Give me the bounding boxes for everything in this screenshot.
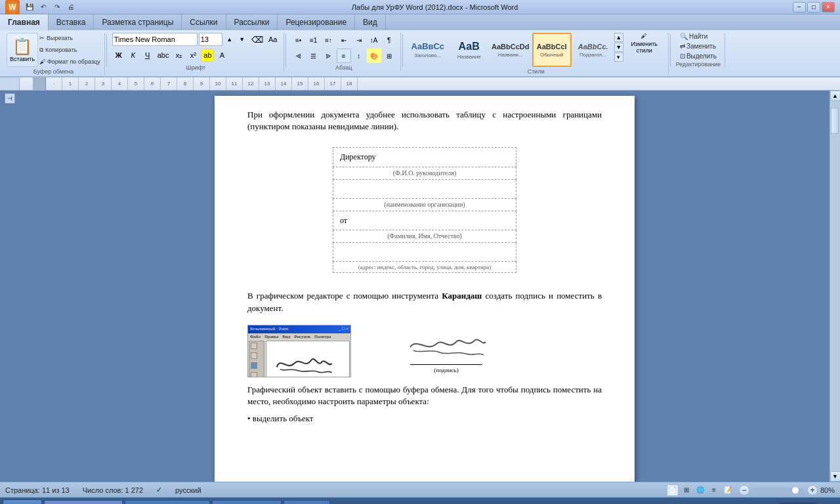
tab-references[interactable]: Ссылки [182, 14, 226, 30]
justify-btn[interactable]: ≡ [337, 49, 351, 63]
increase-indent-btn[interactable]: ⇥ [352, 33, 366, 47]
tab-review[interactable]: Рецензирование [278, 14, 355, 30]
restore-btn[interactable]: □ [807, 2, 820, 12]
scroll-thumb[interactable] [831, 108, 839, 134]
table-cell-empty2 [333, 243, 516, 261]
decrease-indent-btn[interactable]: ⇤ [337, 33, 351, 47]
styles-expand[interactable]: ▾ [614, 52, 623, 62]
decrease-font-btn[interactable]: ▼ [236, 33, 248, 45]
increase-font-btn[interactable]: ▲ [224, 33, 236, 45]
select-button[interactable]: ⊡ Выделить [680, 52, 717, 60]
numbered-list-btn[interactable]: ≡1 [306, 33, 321, 47]
paint-tools [248, 340, 350, 377]
style-subheading[interactable]: AaBbCc. Подзагол... [574, 33, 613, 67]
language: русский [175, 486, 201, 494]
ruler-indent-left [33, 77, 46, 91]
align-left-btn[interactable]: ⫷ [291, 49, 306, 63]
underline-btn[interactable]: Ч [141, 49, 154, 62]
strikethrough-btn[interactable]: abc [156, 49, 171, 62]
tab-page-layout[interactable]: Разметка страницы [94, 14, 182, 30]
undo-quick-btn[interactable]: ↶ [37, 1, 49, 13]
superscript-btn[interactable]: х² [186, 49, 200, 62]
style-normal[interactable]: AaBbCcI Обычный [532, 33, 572, 67]
close-btn[interactable]: × [822, 2, 835, 12]
document-area[interactable]: При оформлении документа удобнее использ… [20, 91, 830, 482]
view-draft-btn[interactable]: 📝 [722, 484, 734, 496]
styles-group: АаВвСс Заголово... АаВ Название AaBbCcDd… [404, 33, 669, 75]
copy-button[interactable]: ⧉ Копировать [39, 45, 100, 55]
print-quick-btn[interactable]: 🖨 [65, 1, 77, 13]
taskbar-item-0[interactable]: Лабы для УрФУ Wor... [44, 500, 122, 504]
show-para-btn[interactable]: ¶ [382, 33, 396, 47]
font-group: ▲ ▼ ⌫ Аа Ж К Ч abc х₂ х² ab А Шрифт [108, 33, 284, 71]
signature-image [404, 327, 489, 360]
styles-label: Стили [528, 68, 545, 75]
view-outline-btn[interactable]: ≡ [708, 484, 720, 496]
font-group-content: ▲ ▼ ⌫ Аа Ж К Ч abc х₂ х² ab А [112, 33, 280, 63]
taskbar-item-3[interactable]: Докумто-не [284, 500, 330, 504]
left-margin-bar: ⊣ [0, 91, 20, 482]
editing-group: 🔍 Найти ⇄ Заменить ⊡ Выделить Редактиров… [672, 33, 726, 68]
styles-gallery: АаВвСс Заголово... АаВ Название AaBbCcDd… [408, 33, 613, 67]
highlight-btn[interactable]: ab [201, 49, 214, 62]
save-quick-btn[interactable]: 💾 [24, 1, 35, 13]
zoom-controls: − + 80% [739, 485, 835, 495]
style-heading-preview: АаВвСс [411, 41, 444, 51]
style-subtitle[interactable]: AaBbCcDd Названи... [491, 33, 530, 67]
scroll-down-btn[interactable]: ▼ [830, 471, 841, 482]
table-cell-director: Директору [333, 148, 516, 167]
multilevel-list-btn[interactable]: ≡↑ [322, 33, 336, 47]
font-size-input[interactable] [199, 33, 222, 46]
bullet-list-btn[interactable]: ≡• [291, 33, 306, 47]
font-name-input[interactable] [112, 33, 198, 46]
styles-scroll-down[interactable]: ▼ [614, 43, 623, 52]
align-center-btn[interactable]: ☰ [306, 49, 321, 63]
change-styles-button[interactable]: 🖋 Изменить стили [625, 33, 664, 54]
tab-home[interactable]: Главная [0, 14, 49, 32]
paste-button[interactable]: 📋 Вставить [7, 33, 38, 67]
subscript-btn[interactable]: х₂ [172, 49, 185, 62]
view-web-btn[interactable]: 🌐 [694, 484, 706, 496]
bold-btn[interactable]: Ж [112, 49, 125, 62]
cut-button[interactable]: ✂ Вырезать [39, 33, 100, 43]
line-spacing-btn[interactable]: ↕ [352, 49, 366, 63]
borders-btn[interactable]: ⊞ [382, 49, 396, 63]
table-row: (Фамилия, Имя, Отчество) [333, 230, 516, 243]
tab-insert[interactable]: Вставка [49, 14, 94, 30]
style-heading[interactable]: АаВвСс Заголово... [408, 33, 448, 67]
styles-scroll: ▲ ▼ ▾ [614, 33, 623, 62]
table-row [333, 243, 516, 261]
minimize-btn[interactable]: − [793, 2, 806, 12]
styles-scroll-up[interactable]: ▲ [614, 33, 623, 42]
spell-check[interactable]: ✓ [156, 486, 162, 494]
tab-view[interactable]: Вид [355, 14, 386, 30]
clear-format-btn[interactable]: ⌫ [249, 33, 265, 46]
sort-btn[interactable]: ↕A [367, 33, 381, 47]
font-label: Шрифт [186, 64, 205, 71]
replace-button[interactable]: ⇄ Заменить [680, 43, 716, 50]
para-align-row: ⫷ ☰ ⫸ ≡ ↕ 🎨 ⊞ [291, 49, 396, 63]
tab-mailings[interactable]: Рассылки [226, 14, 278, 30]
view-fullscreen-btn[interactable]: ⊞ [681, 484, 692, 496]
scroll-track[interactable] [830, 101, 840, 471]
scroll-up-btn[interactable]: ▲ [830, 91, 841, 101]
format-brush-button[interactable]: 🖌 Формат по образцу [39, 56, 100, 67]
shading-btn[interactable]: 🎨 [367, 49, 381, 63]
start-button[interactable]: ⊞ Пуск [3, 499, 42, 504]
find-button[interactable]: 🔍 Найти [680, 33, 708, 40]
font-color-btn[interactable]: А [215, 49, 228, 62]
taskbar-item-1[interactable]: Лаб.раб. Документове... [125, 500, 210, 504]
view-normal-btn[interactable]: 📄 [667, 484, 679, 496]
redo-quick-btn[interactable]: ↷ [51, 1, 63, 13]
zoom-out-btn[interactable]: − [739, 485, 749, 495]
zoom-in-btn[interactable]: + [807, 485, 818, 495]
margin-icon[interactable]: ⊣ [5, 93, 15, 104]
title-bar: W 💾 ↶ ↷ 🖨 Лабы для УрФУ Word (2012).docx… [0, 0, 840, 14]
style-title[interactable]: АаВ Название [450, 33, 489, 67]
zoom-slider[interactable] [752, 488, 805, 493]
paint-signature-row: Безымянный - Paint _ □ × Файл Правка Вид… [247, 325, 602, 377]
italic-btn[interactable]: К [127, 49, 140, 62]
taskbar-item-2[interactable]: Документоведение [212, 500, 282, 504]
case-btn[interactable]: Аа [266, 33, 280, 46]
align-right-btn[interactable]: ⫸ [322, 49, 336, 63]
